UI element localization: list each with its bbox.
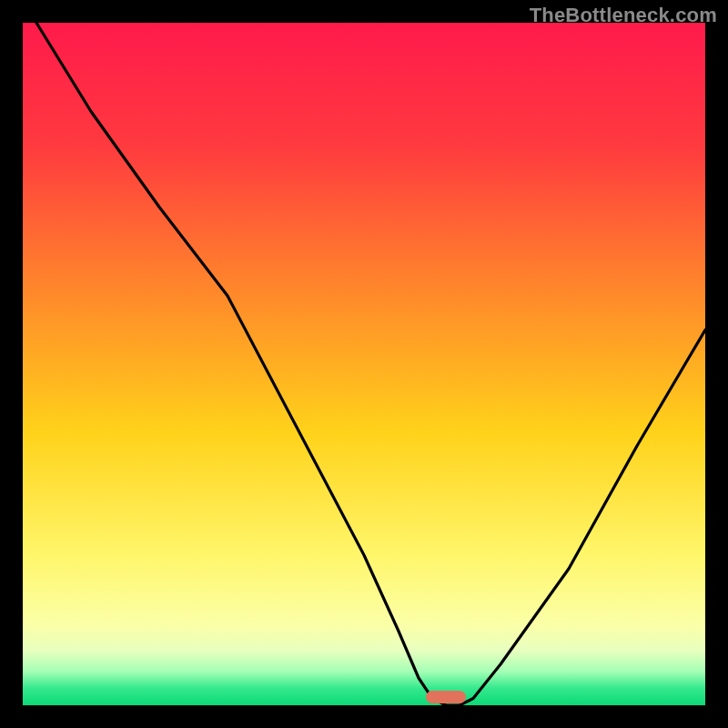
chart-background: [23, 23, 705, 705]
chart-frame: TheBottleneck.com: [0, 0, 728, 728]
optimal-marker: [426, 691, 466, 703]
chart-plot: [23, 23, 705, 705]
